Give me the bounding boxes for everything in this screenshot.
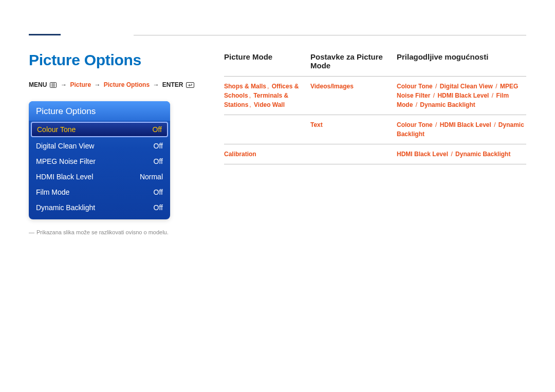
osd-item-mpeg-noise-filter[interactable]: MPEG Noise FilterOff: [29, 154, 170, 169]
separator: /: [433, 83, 440, 90]
breadcrumb-picture: Picture: [70, 81, 91, 88]
osd-item-label: Digital Clean View: [36, 142, 149, 150]
cell-postavke: Videos/Images: [310, 82, 397, 109]
right-column: Picture Mode Postavke za Picture Mode Pr…: [224, 51, 526, 237]
footnote: ―Prikazana slika može se razlikovati ovi…: [29, 229, 203, 236]
table-row: CalibrationHDMI Black Level / Dynamic Ba…: [224, 144, 526, 164]
red-term: Shops & Malls: [224, 83, 266, 90]
breadcrumb-arrow: →: [92, 81, 102, 88]
breadcrumb: MENU → Picture → Picture Options → ENTER: [29, 80, 203, 91]
red-term: Calibration: [224, 151, 256, 158]
osd-item-value: Off: [149, 188, 163, 196]
osd-item-label: Colour Tone: [37, 125, 147, 134]
red-term: Text: [310, 121, 323, 128]
osd-item-film-mode[interactable]: Film ModeOff: [29, 184, 170, 200]
red-term: Dynamic Backlight: [455, 151, 510, 158]
osd-item-value: Off: [147, 125, 162, 134]
osd-item-label: Dynamic Backlight: [36, 203, 149, 212]
cell-options: HDMI Black Level / Dynamic Backlight: [397, 150, 526, 159]
table-header: Picture Mode Postavke za Picture Mode Pr…: [224, 52, 526, 77]
cell-picture-mode: Shops & Malls, Offices & Schools, Termin…: [224, 82, 310, 109]
osd-item-value: Off: [149, 157, 163, 165]
separator: /: [413, 101, 420, 108]
osd-item-value: Off: [149, 203, 163, 212]
top-divider: [134, 35, 526, 35]
separator: ,: [248, 101, 254, 108]
accent-rule: [29, 34, 61, 35]
cell-picture-mode: Calibration: [224, 150, 310, 159]
separator: /: [433, 121, 440, 128]
osd-item-colour-tone[interactable]: Colour ToneOff: [31, 122, 168, 137]
footnote-text: Prikazana slika može se razlikovati ovis…: [36, 229, 169, 235]
osd-item-digital-clean-view[interactable]: Digital Clean ViewOff: [29, 138, 170, 154]
left-column: Picture Options MENU → Picture → Picture…: [29, 51, 203, 237]
red-term: Videos/Images: [310, 83, 354, 90]
osd-header: Picture Options: [29, 101, 170, 121]
osd-item-value: Off: [149, 142, 163, 150]
separator: /: [493, 83, 500, 90]
breadcrumb-picture-options: Picture Options: [104, 81, 150, 88]
osd-item-label: MPEG Noise Filter: [36, 157, 149, 165]
table-header-prilagodljive: Prilagodljive mogućnosti: [397, 52, 526, 70]
page-title: Picture Options: [29, 51, 203, 69]
breadcrumb-menu: MENU: [29, 81, 47, 88]
page-content: Picture Options MENU → Picture → Picture…: [0, 0, 555, 237]
breadcrumb-arrow: →: [151, 81, 160, 88]
cell-picture-mode: [224, 120, 310, 139]
separator: ,: [248, 92, 254, 99]
cell-postavke: Text: [310, 120, 397, 139]
separator: /: [430, 92, 437, 99]
cell-postavke: [310, 150, 397, 159]
table-row: TextColour Tone / HDMI Black Level / Dyn…: [224, 115, 526, 144]
osd-item-value: Normal: [135, 173, 163, 181]
red-term: HDMI Black Level: [440, 121, 491, 128]
red-term: Dynamic Backlight: [420, 101, 475, 108]
cell-options: Colour Tone / HDMI Black Level / Dynamic…: [397, 120, 526, 139]
red-term: Colour Tone: [397, 83, 433, 90]
breadcrumb-arrow: →: [59, 81, 68, 88]
breadcrumb-enter: ENTER: [162, 81, 183, 88]
separator: /: [489, 92, 496, 99]
osd-item-dynamic-backlight[interactable]: Dynamic BacklightOff: [29, 200, 170, 215]
table-header-picture-mode: Picture Mode: [224, 52, 310, 70]
red-term: Video Wall: [254, 101, 285, 108]
enter-icon: [186, 81, 194, 91]
separator: ,: [266, 83, 272, 90]
red-term: HDMI Black Level: [397, 151, 448, 158]
table-header-postavke: Postavke za Picture Mode: [310, 52, 397, 70]
red-term: HDMI Black Level: [437, 92, 489, 99]
separator: /: [491, 121, 498, 128]
osd-panel: Picture Options Colour ToneOffDigital Cl…: [29, 101, 170, 219]
table-row: Shops & Malls, Offices & Schools, Termin…: [224, 77, 526, 115]
osd-item-label: HDMI Black Level: [36, 173, 135, 181]
footnote-dash: ―: [29, 229, 36, 235]
osd-item-hdmi-black-level[interactable]: HDMI Black LevelNormal: [29, 169, 170, 184]
red-term: Digital Clean View: [440, 83, 493, 90]
options-table: Picture Mode Postavke za Picture Mode Pr…: [224, 52, 526, 164]
separator: /: [448, 151, 455, 158]
red-term: Colour Tone: [397, 121, 433, 128]
menu-icon: [50, 81, 57, 91]
cell-options: Colour Tone / Digital Clean View / MPEG …: [397, 82, 526, 109]
osd-item-label: Film Mode: [36, 188, 149, 196]
